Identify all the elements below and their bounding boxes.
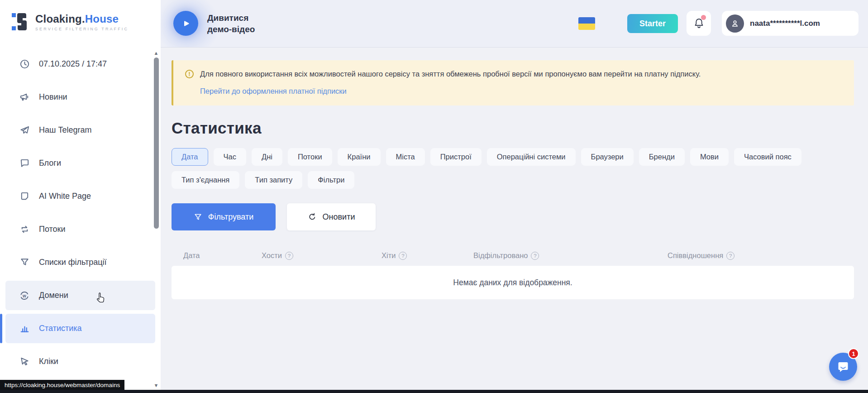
sidebar-nav: 07.10.2025 / 17:47 Новини Наш Telegram Б… bbox=[0, 49, 161, 380]
banner-text: Для повного використання всіх можливосте… bbox=[200, 69, 701, 79]
status-url-tooltip: https://cloaking.house/webmaster/domains bbox=[0, 380, 124, 390]
chip-browsers[interactable]: Браузери bbox=[581, 148, 634, 166]
megaphone-icon bbox=[19, 92, 30, 103]
chip-cities[interactable]: Міста bbox=[386, 148, 425, 166]
chip-request-type[interactable]: Тип запиту bbox=[245, 171, 302, 189]
sidebar-item-blogs[interactable]: Блоги bbox=[5, 149, 155, 178]
topbar: Дивитися демо-відео Starter naata*******… bbox=[161, 0, 868, 48]
notification-dot bbox=[701, 15, 706, 20]
sidebar-item-datetime: 07.10.2025 / 17:47 bbox=[5, 49, 155, 79]
sidebar-item-label: Кліки bbox=[39, 357, 58, 366]
app-root: Cloaking.House SERVICE FILTERING TRAFFIC… bbox=[0, 0, 868, 393]
chip-countries[interactable]: Країни bbox=[338, 148, 381, 166]
sidebar-item-label: Статистика bbox=[39, 324, 82, 333]
logo-tagline: SERVICE FILTERING TRAFFIC bbox=[35, 27, 129, 31]
column-header-date: Дата bbox=[183, 251, 200, 260]
chat-icon bbox=[19, 158, 30, 169]
clock-icon bbox=[19, 59, 30, 70]
funnel-icon bbox=[194, 213, 202, 221]
chip-streams[interactable]: Потоки bbox=[288, 148, 332, 166]
column-header-hits: Хіти? bbox=[382, 251, 407, 260]
subscribe-link[interactable]: Перейти до оформлення платної підписки bbox=[200, 87, 840, 96]
help-icon[interactable]: ? bbox=[726, 252, 734, 260]
help-icon[interactable]: ? bbox=[285, 252, 293, 260]
chip-data[interactable]: Дата bbox=[172, 148, 208, 166]
table-header: Дата Хости? Хіти? Відфільтровано? Співві… bbox=[172, 247, 854, 266]
person-icon bbox=[730, 19, 740, 29]
language-flag-ukraine[interactable] bbox=[578, 17, 595, 30]
sidebar-item-label: Блоги bbox=[39, 158, 61, 168]
sidebar-item-label: Списки фільтрації bbox=[39, 258, 107, 267]
sidebar-item-label: Наш Telegram bbox=[39, 125, 91, 135]
brand-dark: Cloaking. bbox=[35, 13, 85, 25]
filter-chips: Дата Час Дні Потоки Країни Міста Пристро… bbox=[172, 148, 850, 189]
scrollbar-up-arrow[interactable]: ▲ bbox=[153, 51, 159, 55]
avatar bbox=[726, 14, 744, 33]
page-icon bbox=[19, 191, 30, 202]
sidebar-item-news[interactable]: Новини bbox=[5, 82, 155, 112]
sidebar-item-label: 07.10.2025 / 17:47 bbox=[39, 59, 107, 69]
chip-connection-type[interactable]: Тип з'єднання bbox=[172, 171, 239, 189]
help-icon[interactable]: ? bbox=[531, 252, 539, 260]
sidebar-item-label: AI White Page bbox=[39, 192, 91, 201]
domains-icon: w bbox=[19, 290, 30, 301]
sidebar-item-label: Новини bbox=[39, 92, 67, 102]
telegram-icon bbox=[19, 125, 30, 136]
help-icon[interactable]: ? bbox=[399, 252, 407, 260]
flows-icon bbox=[19, 224, 30, 235]
sidebar: Cloaking.House SERVICE FILTERING TRAFFIC… bbox=[0, 0, 161, 393]
chip-filters[interactable]: Фільтри bbox=[308, 171, 354, 189]
user-email: naata**********l.com bbox=[750, 19, 820, 28]
chip-operating-systems[interactable]: Операційні системи bbox=[487, 148, 576, 166]
logo-text: Cloaking.House SERVICE FILTERING TRAFFIC bbox=[35, 13, 129, 31]
filter-button[interactable]: Фільтрувати bbox=[172, 203, 276, 230]
sidebar-item-ai-white-page[interactable]: AI White Page bbox=[5, 182, 155, 211]
chat-unread-badge: 1 bbox=[848, 348, 859, 359]
warning-icon: ! bbox=[185, 70, 194, 78]
trial-warning-banner: ! Для повного використання всіх можливос… bbox=[172, 60, 854, 105]
scrollbar-thumb[interactable] bbox=[154, 58, 159, 229]
sidebar-item-domains[interactable]: w Домени bbox=[5, 281, 155, 310]
sidebar-item-filter-lists[interactable]: Списки фільтрації bbox=[5, 248, 155, 277]
chip-timezone[interactable]: Часовий пояс bbox=[734, 148, 801, 166]
demo-video-label[interactable]: Дивитися демо-відео bbox=[207, 12, 255, 35]
sidebar-item-streams[interactable]: Потоки bbox=[5, 215, 155, 244]
play-icon bbox=[181, 18, 191, 29]
sidebar-item-clicks[interactable]: Кліки bbox=[5, 347, 155, 376]
logo-icon bbox=[12, 12, 30, 32]
empty-state: Немає даних для відображення. bbox=[172, 266, 854, 299]
chip-brands[interactable]: Бренди bbox=[639, 148, 685, 166]
sidebar-item-label: Домени bbox=[39, 291, 68, 300]
page-title: Статистика bbox=[172, 119, 854, 137]
column-header-ratio: Співвідношення? bbox=[668, 251, 734, 260]
sidebar-item-statistics[interactable]: Статистика bbox=[5, 314, 155, 343]
mouse-cursor-icon bbox=[96, 292, 106, 304]
bar-chart-icon bbox=[19, 323, 30, 334]
scrollbar-down-arrow[interactable]: ▼ bbox=[153, 383, 159, 388]
bottom-edge-strip bbox=[0, 390, 868, 393]
sidebar-item-telegram[interactable]: Наш Telegram bbox=[5, 115, 155, 145]
plan-starter-button[interactable]: Starter bbox=[627, 14, 678, 33]
logo[interactable]: Cloaking.House SERVICE FILTERING TRAFFIC bbox=[0, 0, 161, 32]
cursor-icon bbox=[19, 356, 30, 367]
chip-time[interactable]: Час bbox=[214, 148, 246, 166]
chat-bubble-icon bbox=[836, 359, 850, 374]
chip-devices[interactable]: Пристрої bbox=[430, 148, 482, 166]
notifications-button[interactable] bbox=[687, 11, 711, 36]
chip-languages[interactable]: Мови bbox=[690, 148, 729, 166]
refresh-icon bbox=[308, 212, 317, 221]
main-content: ! Для повного використання всіх можливос… bbox=[172, 48, 854, 299]
refresh-button[interactable]: Оновити bbox=[287, 203, 376, 230]
user-menu[interactable]: naata**********l.com bbox=[722, 11, 858, 36]
funnel-icon bbox=[19, 257, 30, 268]
column-header-filtered: Відфільтровано? bbox=[473, 251, 539, 260]
chip-days[interactable]: Дні bbox=[252, 148, 282, 166]
action-buttons: Фільтрувати Оновити bbox=[172, 203, 854, 230]
play-demo-button[interactable] bbox=[173, 11, 198, 36]
svg-text:w: w bbox=[22, 293, 26, 298]
brand-blue: House bbox=[85, 13, 119, 25]
sidebar-item-label: Потоки bbox=[39, 225, 66, 234]
column-header-hosts: Хости? bbox=[262, 251, 293, 260]
